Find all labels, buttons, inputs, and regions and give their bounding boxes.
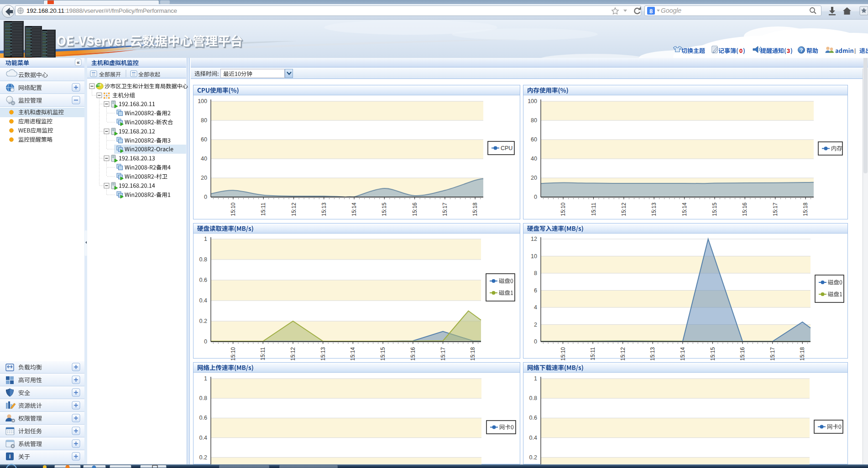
svg-text:15:10: 15:10 <box>230 347 236 361</box>
svg-text:0.2: 0.2 <box>529 454 537 461</box>
svg-text:0.8: 0.8 <box>199 256 207 263</box>
svg-text:0.6: 0.6 <box>199 415 207 421</box>
svg-text:|: | <box>854 47 856 54</box>
svg-text:15:10: 15:10 <box>230 203 236 216</box>
svg-text:1: 1 <box>204 236 207 242</box>
svg-text:3: 3 <box>787 47 790 54</box>
svg-text:0.2: 0.2 <box>199 318 207 324</box>
svg-text:15:18: 15:18 <box>802 203 809 216</box>
svg-text:15:13: 15:13 <box>321 203 327 216</box>
svg-text:15:14: 15:14 <box>350 347 356 361</box>
svg-text:15:16: 15:16 <box>742 203 748 216</box>
svg-text:15:17: 15:17 <box>769 347 776 361</box>
svg-text:15:10: 15:10 <box>560 347 566 361</box>
svg-text:60: 60 <box>201 136 207 143</box>
svg-text:15:11: 15:11 <box>260 347 266 360</box>
svg-text:?: ? <box>800 47 803 53</box>
svg-text:0.8: 0.8 <box>529 395 537 401</box>
svg-text:2: 2 <box>534 322 537 328</box>
svg-text:i: i <box>9 453 11 460</box>
svg-text:15:14: 15:14 <box>351 203 357 216</box>
svg-text:0.4: 0.4 <box>529 435 537 441</box>
svg-text:4: 4 <box>534 304 537 311</box>
svg-text:20: 20 <box>201 175 207 181</box>
svg-text:40: 40 <box>201 156 207 162</box>
svg-text:15:17: 15:17 <box>442 203 448 216</box>
svg-text:15:18: 15:18 <box>470 347 476 361</box>
svg-text:15:17: 15:17 <box>772 203 779 216</box>
svg-text:20: 20 <box>531 175 537 181</box>
svg-text:15:14: 15:14 <box>681 203 688 216</box>
svg-text:«: « <box>77 59 80 66</box>
svg-text:15:11: 15:11 <box>590 347 596 360</box>
svg-text:15:11: 15:11 <box>260 203 267 216</box>
svg-text:15:15: 15:15 <box>710 347 716 361</box>
svg-text:15:16: 15:16 <box>410 347 416 361</box>
svg-text:0: 0 <box>204 194 207 200</box>
svg-text:0.4: 0.4 <box>199 297 207 304</box>
svg-text:CPU: CPU <box>501 145 512 151</box>
svg-text:1: 1 <box>534 375 537 382</box>
svg-text:0.8: 0.8 <box>199 395 207 401</box>
svg-text:15:13: 15:13 <box>320 347 326 361</box>
svg-text:15:12: 15:12 <box>620 347 626 361</box>
svg-text:40: 40 <box>531 156 537 162</box>
svg-text:0.2: 0.2 <box>199 454 207 461</box>
svg-text:15:18: 15:18 <box>799 347 805 361</box>
svg-text:0: 0 <box>204 338 207 345</box>
svg-text:0: 0 <box>739 47 743 54</box>
svg-text:15:17: 15:17 <box>440 347 446 361</box>
svg-text:15:18: 15:18 <box>472 203 478 216</box>
svg-text:0.4: 0.4 <box>199 435 207 441</box>
svg-text:100: 100 <box>528 98 537 104</box>
svg-text:1: 1 <box>204 375 207 382</box>
svg-text:15:15: 15:15 <box>381 203 387 216</box>
svg-text:0: 0 <box>534 338 537 345</box>
svg-text:15:14: 15:14 <box>680 347 686 361</box>
svg-text:0: 0 <box>534 194 537 200</box>
svg-text:15:12: 15:12 <box>621 203 627 216</box>
svg-text:0.6: 0.6 <box>199 277 207 283</box>
svg-text:80: 80 <box>531 117 537 124</box>
svg-text:100: 100 <box>198 98 207 104</box>
svg-text:8: 8 <box>534 270 537 276</box>
svg-text:15:13: 15:13 <box>649 347 656 361</box>
svg-text:15:15: 15:15 <box>380 347 386 361</box>
svg-text:80: 80 <box>201 117 207 124</box>
svg-text:15:11: 15:11 <box>591 203 597 216</box>
svg-text:15:16: 15:16 <box>739 347 746 361</box>
svg-text:10: 10 <box>531 253 537 260</box>
svg-text:0.6: 0.6 <box>529 415 537 421</box>
svg-text:8: 8 <box>649 8 653 15</box>
svg-text:12: 12 <box>531 236 537 242</box>
svg-text:15:13: 15:13 <box>651 203 657 216</box>
svg-text:15:12: 15:12 <box>291 203 297 216</box>
svg-text:15:16: 15:16 <box>412 203 418 216</box>
svg-text:6: 6 <box>534 287 537 294</box>
svg-text:15:15: 15:15 <box>711 203 718 216</box>
svg-text:60: 60 <box>531 136 537 143</box>
svg-text:15:12: 15:12 <box>290 347 296 361</box>
svg-text:15:10: 15:10 <box>560 203 566 216</box>
